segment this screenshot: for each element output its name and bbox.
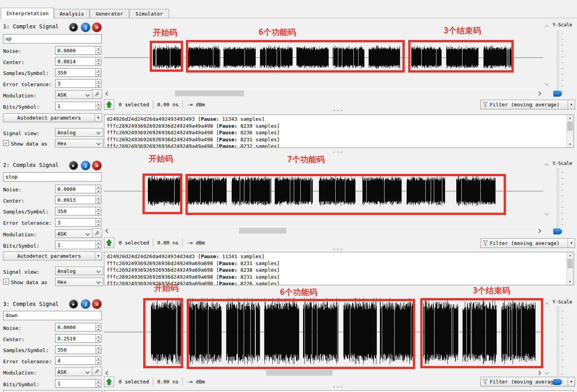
spin-down-icon[interactable]: ▼ [96, 222, 101, 227]
signal-3-scroll-left[interactable] [105, 370, 110, 376]
signal-1-plot-scroll-down[interactable] [544, 81, 549, 86]
signal-3-plot-scroll-down[interactable] [544, 370, 549, 375]
signal-2-hex-output[interactable]: d24926d24d24d26da4924934d34d3 [Pause: 11… [104, 252, 574, 285]
signal-2-autodetect-button[interactable]: Autodetect parameters ▼ [3, 252, 102, 260]
dropdown-arrow-icon[interactable]: ▼ [95, 252, 102, 260]
spin-buttons[interactable]: ▲▼ [95, 241, 101, 249]
signal-2-bits-field[interactable]: 1 ▲▼ [55, 241, 101, 249]
spin-down-icon[interactable]: ▼ [96, 211, 101, 215]
signal-1-view-combo[interactable]: Analog [55, 128, 103, 137]
signal-3-autodetect-button-partial[interactable] [3, 390, 102, 392]
signal-1-show-data-checkbox[interactable]: ✓ [3, 140, 9, 146]
signal-3-waveform-canvas[interactable] [104, 289, 543, 369]
signal-1-info-button[interactable]: i [81, 23, 90, 32]
spin-down-icon[interactable]: ▼ [96, 83, 101, 88]
spin-down-icon[interactable]: ▼ [96, 338, 101, 343]
spin-down-icon[interactable]: ▼ [96, 106, 101, 110]
signal-3-hex-output-partial[interactable] [104, 390, 574, 392]
signal-3-center-field[interactable]: 0.2519 ▲▼ [55, 334, 101, 343]
signal-2-view-combo[interactable]: Analog [55, 267, 103, 275]
spin-down-icon[interactable]: ▼ [96, 383, 101, 388]
signal-3-error-field[interactable]: 4 ▲▼ [55, 356, 101, 365]
signal-1-name-input[interactable]: up [3, 34, 102, 43]
signal-1-samples-field[interactable]: 350 ▲▼ [55, 68, 101, 77]
spin-up-icon[interactable]: ▲ [96, 357, 101, 361]
signal-1-center-field[interactable]: 0.0814 ▲▼ [55, 57, 101, 66]
splitter-handle[interactable]: ··· [333, 249, 339, 250]
dropdown-arrow-icon[interactable]: ▼ [568, 239, 575, 248]
signal-1-close-button[interactable]: × [92, 23, 102, 32]
signal-2-modulation-settings-button[interactable] [92, 229, 102, 238]
spin-up-icon[interactable]: ▲ [96, 80, 101, 83]
spin-up-icon[interactable]: ▲ [96, 219, 101, 222]
signal-1-bits-field[interactable]: 1 ▲▼ [55, 102, 101, 110]
signal-2-close-button[interactable]: × [92, 161, 102, 170]
spin-down-icon[interactable]: ▼ [96, 189, 101, 193]
signal-3-goto-button[interactable] [104, 376, 114, 387]
dropdown-arrow-icon[interactable]: ▼ [568, 377, 575, 386]
vscroll-thumb[interactable] [567, 259, 573, 268]
spin-up-icon[interactable]: ▲ [96, 323, 101, 327]
tab-interpretation[interactable]: Interpretation [1, 8, 54, 19]
signal-2-yscale-handle[interactable] [553, 229, 562, 234]
spin-up-icon[interactable]: ▲ [96, 47, 101, 50]
spin-up-icon[interactable]: ▲ [96, 335, 101, 338]
spin-up-icon[interactable]: ▲ [96, 346, 101, 350]
signal-2-play-button[interactable]: ▶ [69, 161, 78, 170]
signal-2-format-combo[interactable]: Hex [55, 278, 103, 286]
spin-up-icon[interactable]: ▲ [96, 196, 101, 200]
signal-2-samples-field[interactable]: 350 ▲▼ [55, 207, 101, 215]
signal-1-plot-scroll-up[interactable] [544, 24, 549, 29]
signal-3-modulation-combo[interactable]: ASK [55, 368, 92, 376]
splitter-handle[interactable]: ··· [333, 110, 339, 112]
signal-3-plot-scroll-up[interactable] [544, 302, 549, 307]
scroll-up-icon[interactable]: ▲ [567, 252, 573, 258]
spin-buttons[interactable]: ▲▼ [95, 69, 101, 76]
dropdown-arrow-icon[interactable]: ▼ [568, 100, 575, 109]
signal-2-goto-button[interactable] [104, 238, 114, 248]
spin-buttons[interactable]: ▲▼ [95, 57, 101, 65]
signal-1-modulation-combo[interactable]: ASK [55, 90, 92, 99]
spin-down-icon[interactable]: ▼ [96, 245, 101, 249]
spin-buttons[interactable]: ▲▼ [95, 357, 101, 364]
tab-generator[interactable]: Generator [90, 9, 129, 18]
spin-up-icon[interactable]: ▲ [96, 102, 101, 106]
signal-1-yscale-handle[interactable] [553, 91, 562, 97]
signal-1-modulation-settings-button[interactable] [92, 90, 102, 99]
splitter-handle[interactable]: ··· [333, 387, 339, 388]
spin-buttons[interactable]: ▲▼ [95, 185, 101, 193]
signal-1-error-field[interactable]: 3 ▲▼ [55, 79, 101, 88]
signal-3-waveform-plot[interactable] [104, 289, 543, 369]
signal-2-filter-button[interactable]: Filter (moving average) ▼ [480, 238, 575, 248]
signal-2-waveform-plot[interactable] [104, 155, 543, 227]
spin-buttons[interactable]: ▲▼ [95, 380, 101, 387]
signal-3-bits-field[interactable]: 1 ▲▼ [55, 379, 101, 388]
spin-buttons[interactable]: ▲▼ [95, 335, 101, 342]
signal-1-hex-scrollbar[interactable]: ▲ ▼ [567, 115, 574, 147]
signal-1-autodetect-button[interactable]: Autodetect parameters ▼ [3, 113, 102, 122]
signal-1-hex-output[interactable]: d24926d24d24d26da492493493493 [Pause: 11… [104, 114, 574, 148]
splitter-handle[interactable]: ··· [333, 152, 339, 153]
spin-buttons[interactable]: ▲▼ [95, 47, 101, 54]
signal-3-scroll-right[interactable] [536, 370, 542, 376]
signal-1-scroll-left[interactable] [105, 91, 110, 96]
signal-2-hex-scrollbar[interactable]: ▲ ▼ [567, 252, 574, 285]
spin-buttons[interactable]: ▲▼ [95, 323, 101, 331]
signal-3-close-button[interactable]: × [92, 299, 102, 309]
spin-down-icon[interactable]: ▼ [96, 200, 101, 204]
scroll-down-icon[interactable]: ▼ [567, 279, 573, 285]
signal-1-goto-button[interactable] [104, 99, 114, 110]
spin-up-icon[interactable]: ▲ [96, 207, 101, 211]
signal-1-yscale-track[interactable] [557, 30, 559, 97]
signal-3-hscroll-thumb[interactable] [266, 370, 333, 376]
spin-down-icon[interactable]: ▼ [96, 50, 101, 55]
signal-1-scroll-right[interactable] [536, 91, 542, 96]
signal-3-samples-field[interactable]: 350 ▲▼ [55, 345, 101, 354]
signal-1-waveform-canvas[interactable] [104, 19, 543, 88]
signal-2-name-input[interactable]: stop [3, 172, 102, 182]
signal-2-modulation-combo[interactable]: ASK [55, 229, 92, 238]
spin-down-icon[interactable]: ▼ [96, 73, 101, 77]
spin-buttons[interactable]: ▲▼ [95, 346, 101, 354]
signal-3-info-button[interactable]: i [81, 299, 90, 309]
signal-3-modulation-settings-button[interactable] [92, 367, 102, 376]
